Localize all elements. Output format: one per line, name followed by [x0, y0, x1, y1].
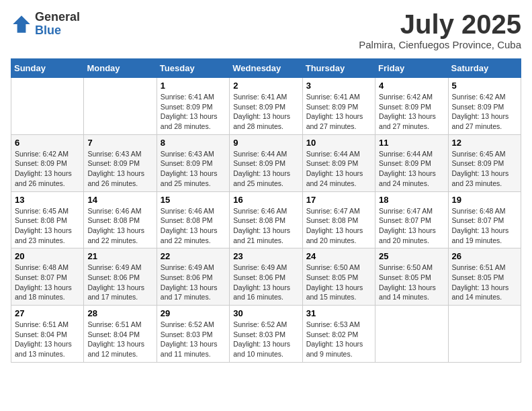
logo-general: General [35, 11, 80, 24]
day-number: 14 [87, 195, 152, 205]
day-info: Sunrise: 6:46 AM Sunset: 8:08 PM Dayligh… [233, 206, 298, 246]
day-info: Sunrise: 6:43 AM Sunset: 8:09 PM Dayligh… [87, 149, 152, 189]
weekday-header: Thursday [302, 59, 375, 78]
day-info: Sunrise: 6:52 AM Sunset: 8:03 PM Dayligh… [233, 320, 298, 359]
calendar-cell: 20Sunrise: 6:48 AM Sunset: 8:07 PM Dayli… [11, 248, 84, 306]
calendar-cell [375, 306, 448, 363]
weekday-header: Friday [375, 59, 448, 78]
day-info: Sunrise: 6:41 AM Sunset: 8:09 PM Dayligh… [161, 92, 226, 132]
day-info: Sunrise: 6:41 AM Sunset: 8:09 PM Dayligh… [306, 92, 371, 132]
calendar-cell: 18Sunrise: 6:47 AM Sunset: 8:07 PM Dayli… [375, 191, 448, 248]
day-number: 2 [233, 81, 298, 91]
calendar-body: 1Sunrise: 6:41 AM Sunset: 8:09 PM Daylig… [11, 78, 521, 363]
day-info: Sunrise: 6:51 AM Sunset: 8:04 PM Dayligh… [87, 320, 152, 359]
day-info: Sunrise: 6:46 AM Sunset: 8:08 PM Dayligh… [161, 206, 226, 246]
calendar-cell: 4Sunrise: 6:42 AM Sunset: 8:09 PM Daylig… [375, 78, 448, 135]
day-number: 1 [161, 81, 226, 91]
calendar-week-row: 13Sunrise: 6:45 AM Sunset: 8:08 PM Dayli… [11, 191, 521, 248]
day-number: 17 [306, 195, 371, 205]
day-info: Sunrise: 6:47 AM Sunset: 8:08 PM Dayligh… [306, 206, 371, 246]
calendar-cell: 26Sunrise: 6:51 AM Sunset: 8:05 PM Dayli… [448, 248, 521, 306]
day-info: Sunrise: 6:44 AM Sunset: 8:09 PM Dayligh… [233, 149, 298, 189]
day-info: Sunrise: 6:51 AM Sunset: 8:04 PM Dayligh… [15, 320, 80, 359]
calendar-cell: 21Sunrise: 6:49 AM Sunset: 8:06 PM Dayli… [84, 248, 157, 306]
calendar-cell: 31Sunrise: 6:53 AM Sunset: 8:02 PM Dayli… [302, 306, 375, 363]
day-info: Sunrise: 6:43 AM Sunset: 8:09 PM Dayligh… [161, 149, 226, 189]
day-number: 4 [379, 81, 444, 91]
day-number: 23 [233, 251, 298, 261]
calendar-cell: 22Sunrise: 6:49 AM Sunset: 8:06 PM Dayli… [157, 248, 229, 306]
day-number: 7 [87, 138, 152, 148]
day-info: Sunrise: 6:47 AM Sunset: 8:07 PM Dayligh… [379, 206, 444, 246]
calendar-cell: 6Sunrise: 6:42 AM Sunset: 8:09 PM Daylig… [11, 134, 84, 191]
calendar-cell [11, 78, 84, 135]
svg-marker-0 [13, 15, 30, 33]
weekday-header: Wednesday [230, 59, 302, 78]
calendar-cell: 27Sunrise: 6:51 AM Sunset: 8:04 PM Dayli… [11, 306, 84, 363]
day-number: 3 [306, 81, 371, 91]
day-info: Sunrise: 6:46 AM Sunset: 8:08 PM Dayligh… [87, 206, 152, 246]
calendar-header: SundayMondayTuesdayWednesdayThursdayFrid… [11, 59, 521, 78]
day-number: 22 [161, 251, 226, 261]
day-info: Sunrise: 6:49 AM Sunset: 8:06 PM Dayligh… [161, 263, 226, 302]
logo-text: General Blue [35, 11, 80, 38]
location: Palmira, Cienfuegos Province, Cuba [359, 39, 521, 50]
day-number: 9 [233, 138, 298, 148]
calendar-cell: 29Sunrise: 6:52 AM Sunset: 8:03 PM Dayli… [157, 306, 229, 363]
calendar-cell: 17Sunrise: 6:47 AM Sunset: 8:08 PM Dayli… [302, 191, 375, 248]
page-header: General Blue July 2025 Palmira, Cienfueg… [11, 11, 521, 50]
day-number: 8 [161, 138, 226, 148]
calendar-cell: 12Sunrise: 6:45 AM Sunset: 8:09 PM Dayli… [448, 134, 521, 191]
calendar-cell: 1Sunrise: 6:41 AM Sunset: 8:09 PM Daylig… [157, 78, 229, 135]
day-number: 10 [306, 138, 371, 148]
day-number: 28 [87, 308, 152, 318]
day-number: 21 [87, 251, 152, 261]
day-info: Sunrise: 6:45 AM Sunset: 8:08 PM Dayligh… [15, 206, 80, 246]
day-number: 15 [161, 195, 226, 205]
day-info: Sunrise: 6:53 AM Sunset: 8:02 PM Dayligh… [306, 320, 371, 359]
calendar-week-row: 1Sunrise: 6:41 AM Sunset: 8:09 PM Daylig… [11, 78, 521, 135]
day-info: Sunrise: 6:42 AM Sunset: 8:09 PM Dayligh… [379, 92, 444, 132]
calendar-week-row: 20Sunrise: 6:48 AM Sunset: 8:07 PM Dayli… [11, 248, 521, 306]
calendar-cell: 24Sunrise: 6:50 AM Sunset: 8:05 PM Dayli… [302, 248, 375, 306]
day-number: 5 [452, 81, 517, 91]
calendar-cell [84, 78, 157, 135]
calendar-cell: 23Sunrise: 6:49 AM Sunset: 8:06 PM Dayli… [230, 248, 302, 306]
weekday-header: Monday [84, 59, 157, 78]
calendar-cell: 14Sunrise: 6:46 AM Sunset: 8:08 PM Dayli… [84, 191, 157, 248]
calendar-cell: 8Sunrise: 6:43 AM Sunset: 8:09 PM Daylig… [157, 134, 229, 191]
calendar-cell: 15Sunrise: 6:46 AM Sunset: 8:08 PM Dayli… [157, 191, 229, 248]
calendar-cell: 7Sunrise: 6:43 AM Sunset: 8:09 PM Daylig… [84, 134, 157, 191]
calendar-cell: 5Sunrise: 6:42 AM Sunset: 8:09 PM Daylig… [448, 78, 521, 135]
calendar-cell [448, 306, 521, 363]
day-number: 11 [379, 138, 444, 148]
calendar-cell: 3Sunrise: 6:41 AM Sunset: 8:09 PM Daylig… [302, 78, 375, 135]
day-number: 13 [15, 195, 80, 205]
day-info: Sunrise: 6:42 AM Sunset: 8:09 PM Dayligh… [452, 92, 517, 132]
day-number: 12 [452, 138, 517, 148]
weekday-header: Tuesday [157, 59, 229, 78]
day-number: 19 [452, 195, 517, 205]
day-info: Sunrise: 6:44 AM Sunset: 8:09 PM Dayligh… [379, 149, 444, 189]
logo-icon [11, 13, 32, 35]
calendar-table: SundayMondayTuesdayWednesdayThursdayFrid… [11, 58, 521, 363]
day-info: Sunrise: 6:45 AM Sunset: 8:09 PM Dayligh… [452, 149, 517, 189]
title-block: July 2025 Palmira, Cienfuegos Province, … [359, 11, 521, 50]
day-number: 31 [306, 308, 371, 318]
calendar-cell: 25Sunrise: 6:50 AM Sunset: 8:05 PM Dayli… [375, 248, 448, 306]
calendar-cell: 10Sunrise: 6:44 AM Sunset: 8:09 PM Dayli… [302, 134, 375, 191]
logo: General Blue [11, 11, 80, 38]
day-info: Sunrise: 6:48 AM Sunset: 8:07 PM Dayligh… [15, 263, 80, 302]
logo-blue: Blue [35, 24, 80, 38]
month-title: July 2025 [359, 11, 521, 38]
day-number: 20 [15, 251, 80, 261]
day-number: 29 [161, 308, 226, 318]
calendar-cell: 28Sunrise: 6:51 AM Sunset: 8:04 PM Dayli… [84, 306, 157, 363]
calendar-cell: 9Sunrise: 6:44 AM Sunset: 8:09 PM Daylig… [230, 134, 302, 191]
calendar-cell: 2Sunrise: 6:41 AM Sunset: 8:09 PM Daylig… [230, 78, 302, 135]
weekday-header-row: SundayMondayTuesdayWednesdayThursdayFrid… [11, 59, 521, 78]
day-number: 30 [233, 308, 298, 318]
day-number: 27 [15, 308, 80, 318]
day-info: Sunrise: 6:49 AM Sunset: 8:06 PM Dayligh… [87, 263, 152, 302]
day-info: Sunrise: 6:51 AM Sunset: 8:05 PM Dayligh… [452, 263, 517, 302]
